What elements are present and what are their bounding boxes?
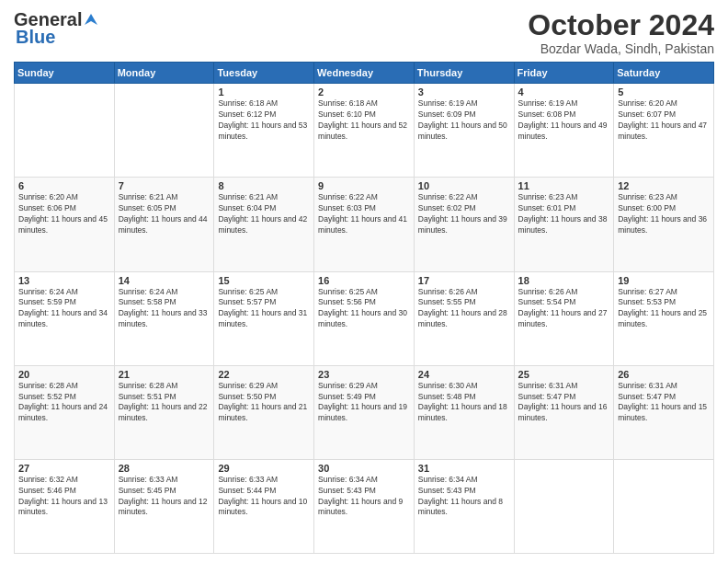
calendar-cell: 23Sunrise: 6:29 AM Sunset: 5:49 PM Dayli… bbox=[314, 365, 415, 459]
day-number: 6 bbox=[18, 180, 110, 191]
calendar-cell: 9Sunrise: 6:22 AM Sunset: 6:03 PM Daylig… bbox=[314, 178, 415, 271]
day-info: Sunrise: 6:24 AM Sunset: 5:58 PM Dayligh… bbox=[119, 287, 210, 331]
calendar-cell: 2Sunrise: 6:18 AM Sunset: 6:10 PM Daylig… bbox=[314, 84, 415, 178]
calendar-cell: 6Sunrise: 6:20 AM Sunset: 6:06 PM Daylig… bbox=[15, 178, 115, 271]
day-number: 1 bbox=[218, 86, 310, 98]
calendar-week-4: 27Sunrise: 6:32 AM Sunset: 5:46 PM Dayli… bbox=[15, 459, 714, 553]
logo-bird-icon bbox=[83, 12, 99, 29]
day-number: 10 bbox=[418, 180, 510, 191]
calendar-cell: 22Sunrise: 6:29 AM Sunset: 5:50 PM Dayli… bbox=[214, 365, 314, 459]
day-number: 21 bbox=[119, 369, 210, 380]
day-info: Sunrise: 6:26 AM Sunset: 5:55 PM Dayligh… bbox=[418, 287, 510, 331]
col-monday: Monday bbox=[114, 63, 214, 84]
calendar-cell: 28Sunrise: 6:33 AM Sunset: 5:45 PM Dayli… bbox=[114, 459, 214, 553]
day-info: Sunrise: 6:31 AM Sunset: 5:47 PM Dayligh… bbox=[518, 381, 610, 425]
calendar-table: Sunday Monday Tuesday Wednesday Thursday… bbox=[14, 62, 714, 554]
svg-marker-0 bbox=[85, 14, 97, 25]
day-info: Sunrise: 6:21 AM Sunset: 6:04 PM Dayligh… bbox=[218, 192, 310, 236]
calendar-week-0: 1Sunrise: 6:18 AM Sunset: 6:12 PM Daylig… bbox=[15, 84, 714, 178]
day-number: 20 bbox=[18, 369, 110, 380]
calendar-cell: 15Sunrise: 6:25 AM Sunset: 5:57 PM Dayli… bbox=[214, 271, 314, 365]
calendar-cell: 18Sunrise: 6:26 AM Sunset: 5:54 PM Dayli… bbox=[514, 271, 614, 365]
day-info: Sunrise: 6:29 AM Sunset: 5:50 PM Dayligh… bbox=[218, 381, 310, 425]
day-number: 28 bbox=[119, 463, 210, 474]
day-number: 29 bbox=[218, 463, 310, 474]
day-number: 23 bbox=[318, 369, 410, 380]
location: Bozdar Wada, Sindh, Pakistan bbox=[528, 41, 714, 56]
day-info: Sunrise: 6:19 AM Sunset: 6:08 PM Dayligh… bbox=[518, 98, 610, 143]
calendar-cell: 10Sunrise: 6:22 AM Sunset: 6:02 PM Dayli… bbox=[414, 178, 514, 271]
calendar-week-3: 20Sunrise: 6:28 AM Sunset: 5:52 PM Dayli… bbox=[15, 365, 714, 459]
day-info: Sunrise: 6:19 AM Sunset: 6:09 PM Dayligh… bbox=[418, 98, 510, 143]
day-info: Sunrise: 6:28 AM Sunset: 5:51 PM Dayligh… bbox=[119, 381, 210, 425]
header: General Blue October 2024 Bozdar Wada, S… bbox=[14, 9, 714, 56]
calendar-cell: 11Sunrise: 6:23 AM Sunset: 6:01 PM Dayli… bbox=[514, 178, 614, 271]
day-info: Sunrise: 6:33 AM Sunset: 5:44 PM Dayligh… bbox=[218, 475, 310, 519]
month-title: October 2024 bbox=[528, 9, 714, 41]
day-info: Sunrise: 6:20 AM Sunset: 6:07 PM Dayligh… bbox=[618, 98, 710, 143]
day-number: 11 bbox=[518, 180, 610, 191]
calendar-cell: 13Sunrise: 6:24 AM Sunset: 5:59 PM Dayli… bbox=[15, 271, 115, 365]
day-info: Sunrise: 6:18 AM Sunset: 6:10 PM Dayligh… bbox=[318, 98, 410, 143]
calendar-cell: 14Sunrise: 6:24 AM Sunset: 5:58 PM Dayli… bbox=[114, 271, 214, 365]
day-info: Sunrise: 6:21 AM Sunset: 6:05 PM Dayligh… bbox=[119, 192, 210, 236]
day-number: 3 bbox=[418, 86, 510, 98]
calendar-cell: 19Sunrise: 6:27 AM Sunset: 5:53 PM Dayli… bbox=[614, 271, 714, 365]
calendar-week-2: 13Sunrise: 6:24 AM Sunset: 5:59 PM Dayli… bbox=[15, 271, 714, 365]
calendar-cell: 17Sunrise: 6:26 AM Sunset: 5:55 PM Dayli… bbox=[414, 271, 514, 365]
day-info: Sunrise: 6:24 AM Sunset: 5:59 PM Dayligh… bbox=[18, 287, 110, 331]
day-number: 25 bbox=[518, 369, 610, 380]
calendar-cell: 16Sunrise: 6:25 AM Sunset: 5:56 PM Dayli… bbox=[314, 271, 415, 365]
title-section: October 2024 Bozdar Wada, Sindh, Pakista… bbox=[528, 9, 714, 56]
day-info: Sunrise: 6:18 AM Sunset: 6:12 PM Dayligh… bbox=[218, 98, 310, 143]
day-number: 8 bbox=[218, 180, 310, 191]
calendar-cell: 25Sunrise: 6:31 AM Sunset: 5:47 PM Dayli… bbox=[514, 365, 614, 459]
calendar-cell: 1Sunrise: 6:18 AM Sunset: 6:12 PM Daylig… bbox=[214, 84, 314, 178]
day-info: Sunrise: 6:32 AM Sunset: 5:46 PM Dayligh… bbox=[18, 475, 110, 519]
day-number: 9 bbox=[318, 180, 410, 191]
day-info: Sunrise: 6:23 AM Sunset: 6:00 PM Dayligh… bbox=[618, 192, 710, 236]
day-number: 31 bbox=[418, 463, 510, 474]
calendar-cell: 12Sunrise: 6:23 AM Sunset: 6:00 PM Dayli… bbox=[614, 178, 714, 271]
day-info: Sunrise: 6:20 AM Sunset: 6:06 PM Dayligh… bbox=[18, 192, 110, 236]
calendar-cell: 5Sunrise: 6:20 AM Sunset: 6:07 PM Daylig… bbox=[614, 84, 714, 178]
calendar-cell: 29Sunrise: 6:33 AM Sunset: 5:44 PM Dayli… bbox=[214, 459, 314, 553]
calendar-cell: 31Sunrise: 6:34 AM Sunset: 5:43 PM Dayli… bbox=[414, 459, 514, 553]
day-number: 5 bbox=[618, 86, 710, 98]
day-info: Sunrise: 6:22 AM Sunset: 6:03 PM Dayligh… bbox=[318, 192, 410, 236]
calendar-cell: 26Sunrise: 6:31 AM Sunset: 5:47 PM Dayli… bbox=[614, 365, 714, 459]
day-number: 24 bbox=[418, 369, 510, 380]
day-number: 12 bbox=[618, 180, 710, 191]
col-friday: Friday bbox=[514, 63, 614, 84]
calendar-cell: 4Sunrise: 6:19 AM Sunset: 6:08 PM Daylig… bbox=[514, 84, 614, 178]
day-number: 27 bbox=[18, 463, 110, 474]
day-info: Sunrise: 6:30 AM Sunset: 5:48 PM Dayligh… bbox=[418, 381, 510, 425]
day-number: 14 bbox=[119, 275, 210, 286]
col-saturday: Saturday bbox=[614, 63, 714, 84]
day-number: 26 bbox=[618, 369, 710, 380]
day-number: 19 bbox=[618, 275, 710, 286]
calendar-cell: 7Sunrise: 6:21 AM Sunset: 6:05 PM Daylig… bbox=[114, 178, 214, 271]
col-sunday: Sunday bbox=[15, 63, 115, 84]
calendar-cell bbox=[614, 459, 714, 553]
day-info: Sunrise: 6:25 AM Sunset: 5:56 PM Dayligh… bbox=[318, 287, 410, 331]
day-number: 2 bbox=[318, 86, 410, 98]
day-number: 17 bbox=[418, 275, 510, 286]
page: General Blue October 2024 Bozdar Wada, S… bbox=[0, 0, 728, 563]
calendar-cell: 21Sunrise: 6:28 AM Sunset: 5:51 PM Dayli… bbox=[114, 365, 214, 459]
day-info: Sunrise: 6:34 AM Sunset: 5:43 PM Dayligh… bbox=[418, 475, 510, 519]
col-wednesday: Wednesday bbox=[314, 63, 415, 84]
day-info: Sunrise: 6:31 AM Sunset: 5:47 PM Dayligh… bbox=[618, 381, 710, 425]
day-number: 4 bbox=[518, 86, 610, 98]
calendar-cell: 20Sunrise: 6:28 AM Sunset: 5:52 PM Dayli… bbox=[15, 365, 115, 459]
day-info: Sunrise: 6:29 AM Sunset: 5:49 PM Dayligh… bbox=[318, 381, 410, 425]
calendar-cell: 8Sunrise: 6:21 AM Sunset: 6:04 PM Daylig… bbox=[214, 178, 314, 271]
col-thursday: Thursday bbox=[414, 63, 514, 84]
calendar-cell: 30Sunrise: 6:34 AM Sunset: 5:43 PM Dayli… bbox=[314, 459, 415, 553]
day-number: 16 bbox=[318, 275, 410, 286]
day-number: 18 bbox=[518, 275, 610, 286]
calendar-cell: 3Sunrise: 6:19 AM Sunset: 6:09 PM Daylig… bbox=[414, 84, 514, 178]
day-info: Sunrise: 6:27 AM Sunset: 5:53 PM Dayligh… bbox=[618, 287, 710, 331]
calendar-cell: 27Sunrise: 6:32 AM Sunset: 5:46 PM Dayli… bbox=[15, 459, 115, 553]
day-info: Sunrise: 6:23 AM Sunset: 6:01 PM Dayligh… bbox=[518, 192, 610, 236]
